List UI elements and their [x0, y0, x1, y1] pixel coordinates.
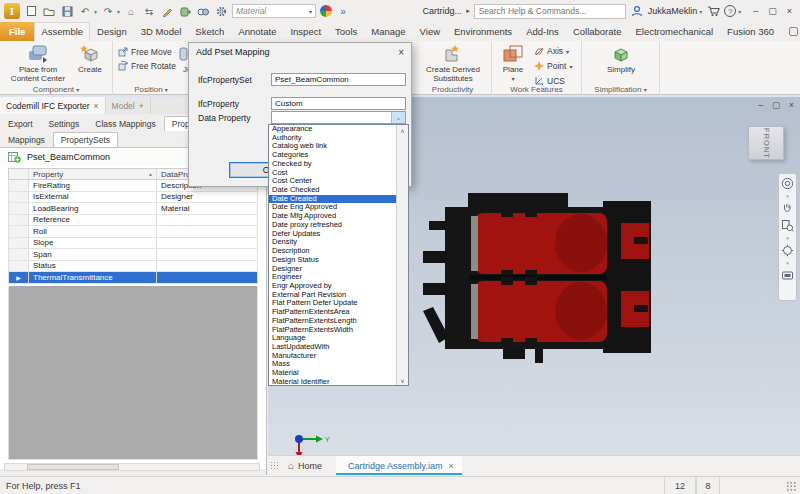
dropdown-item[interactable]: Checked by — [269, 160, 396, 169]
appearance-colorwheel-icon[interactable] — [320, 5, 332, 17]
ribbon-tab[interactable]: Sketch — [188, 22, 231, 41]
exporter-nav-tab[interactable]: Settings — [41, 116, 88, 131]
store-cart-icon[interactable] — [706, 4, 720, 18]
table-row[interactable]: ▶ Reference — [8, 215, 258, 227]
measure-icon[interactable] — [196, 4, 210, 18]
save-icon[interactable] — [60, 4, 74, 18]
redo-icon[interactable]: ↷ — [101, 4, 115, 18]
doctab-grip-handle[interactable] — [270, 461, 278, 470]
zoom-caret-icon[interactable]: ▾ — [786, 236, 789, 240]
work-features-group-label[interactable]: Work Features — [492, 85, 581, 94]
ribbon-tab[interactable]: Electromechanical — [628, 22, 720, 41]
ribbon-tab[interactable]: Environments — [447, 22, 519, 41]
pan-icon[interactable] — [781, 202, 794, 215]
panel-tab[interactable]: Model + — [106, 97, 151, 114]
minimize-button[interactable]: ‒ — [753, 6, 758, 16]
inventor-logo-icon[interactable]: I — [4, 3, 20, 19]
maximize-button[interactable]: ▢ — [768, 6, 777, 16]
qat-overflow-icon[interactable]: » — [336, 4, 350, 18]
document-tab[interactable]: ⌂ Home — [280, 456, 336, 475]
ribbon-tab[interactable]: File — [0, 22, 34, 41]
data-property-combobox[interactable]: ⌄ — [271, 111, 406, 124]
exporter-nav-tab[interactable]: Class Mappings — [87, 116, 163, 131]
orbit-caret-icon[interactable]: ▾ — [786, 261, 789, 265]
dropdown-item[interactable]: Material Identifier — [269, 378, 396, 385]
search-input[interactable] — [474, 4, 626, 19]
document-tab[interactable]: Cartridge Assembly.iam × — [336, 456, 462, 475]
open-file-icon[interactable] — [42, 4, 56, 18]
redo-caret-icon[interactable]: ▾ — [117, 8, 120, 15]
ribbon-tab[interactable]: Inspect — [283, 22, 328, 41]
gear-icon[interactable] — [214, 4, 228, 18]
undo-icon[interactable]: ↶ — [78, 4, 92, 18]
ribbon-tab[interactable]: Add-Ins — [519, 22, 566, 41]
horizontal-scrollbar[interactable] — [4, 463, 260, 471]
table-row[interactable]: ▶ Roll — [8, 226, 258, 238]
undo-caret-icon[interactable]: ▾ — [94, 8, 97, 15]
ilogic-icon[interactable] — [178, 4, 192, 18]
close-button[interactable]: × — [787, 6, 792, 16]
doc-close-icon[interactable]: × — [789, 100, 794, 110]
simplification-group-label[interactable]: Simplification ▾ — [582, 85, 659, 94]
look-at-icon[interactable] — [781, 269, 794, 281]
point-button[interactable]: Point ▾ — [534, 61, 572, 71]
panel-tab-trail-icon[interactable]: × — [94, 101, 99, 111]
help-icon[interactable]: ? — [724, 5, 736, 17]
plane-button[interactable]: Plane ▾ — [496, 44, 530, 83]
dialog-title-bar[interactable]: Add Pset Mapping × — [189, 43, 411, 61]
help-caret-icon[interactable]: ▾ — [738, 8, 741, 15]
sketch-icon[interactable] — [160, 4, 174, 18]
ribbon-display-toggle[interactable]: ▾ — [789, 22, 800, 41]
viewcube-front-face[interactable]: FRONT — [762, 128, 771, 159]
place-from-content-center-button[interactable]: Place from Content Center — [8, 44, 68, 83]
viewcube[interactable]: FRONT — [748, 126, 784, 160]
panel-tab-trail-icon[interactable]: + — [139, 101, 144, 111]
scroll-up-icon[interactable]: ∧ — [400, 125, 404, 135]
table-row[interactable]: ▶ ThermalTransmittance — [8, 272, 258, 284]
table-row[interactable]: ▶ Status — [8, 261, 258, 273]
add-pset-icon[interactable] — [8, 151, 21, 163]
material-combobox[interactable]: Material▾ — [232, 4, 316, 18]
window-resize-grip[interactable] — [786, 481, 796, 491]
doc-minimize-icon[interactable]: ‒ — [758, 100, 763, 110]
free-move-button[interactable]: Free Move — [118, 47, 172, 57]
component-group-label[interactable]: Component ▾ — [0, 85, 112, 94]
mapping-sub-tab[interactable]: Mappings — [0, 132, 53, 147]
productivity-group-label[interactable]: Productivity — [414, 85, 491, 94]
tab-close-icon[interactable]: × — [448, 461, 453, 471]
combobox-dropdown-icon[interactable]: ⌄ — [391, 112, 405, 123]
pset-name[interactable]: Pset_BeamCommon — [27, 152, 110, 162]
ribbon-tab[interactable]: Design — [90, 22, 134, 41]
doc-restore-icon[interactable]: ▢ — [772, 100, 780, 110]
ribbon-tab[interactable]: Tools — [328, 22, 364, 41]
property-column-header[interactable]: Property — [33, 170, 63, 179]
ribbon-tab[interactable]: Collaborate — [566, 22, 629, 41]
position-group-label[interactable]: Position ▾ — [114, 85, 188, 94]
axis-button[interactable]: Axis ▾ — [534, 46, 569, 56]
ribbon-tab[interactable]: View — [413, 22, 447, 41]
ribbon-tab[interactable]: Fusion 360 — [720, 22, 781, 41]
ribbon-tab[interactable]: Assemble — [34, 22, 90, 41]
ifc-property-set-input[interactable] — [271, 73, 406, 86]
user-caret-icon[interactable]: ▾ — [699, 8, 702, 15]
update-icon[interactable]: ⇆ — [142, 4, 156, 18]
title-expand-icon[interactable]: ▸ — [466, 7, 470, 15]
signed-in-user[interactable]: JukkaMeklin — [648, 6, 698, 16]
ribbon-tab[interactable]: 3D Model — [134, 22, 189, 41]
table-row[interactable]: ▶ Span — [8, 249, 258, 261]
simplify-button[interactable]: Simplify — [599, 44, 643, 75]
table-row[interactable]: ▶ IsExternal Designer — [8, 192, 258, 204]
scroll-down-icon[interactable]: ∨ — [400, 375, 404, 385]
new-file-icon[interactable] — [24, 4, 38, 18]
ribbon-tab[interactable]: Annotate — [231, 22, 283, 41]
table-row[interactable]: ▶ LoadBearing Material — [8, 203, 258, 215]
panel-tab[interactable]: Codemill IFC Exporter × — [0, 97, 106, 114]
create-component-button[interactable]: Create — [70, 44, 110, 75]
home-view-icon[interactable]: ⌂ — [124, 4, 138, 18]
scrollbar-thumb[interactable] — [27, 464, 119, 470]
navigation-wheel-icon[interactable] — [781, 177, 794, 190]
dropdown-scrollbar[interactable]: ∧ ∨ — [396, 125, 408, 385]
wheel-caret-icon[interactable]: ▾ — [786, 194, 789, 198]
mapping-sub-tab[interactable]: PropertySets — [53, 132, 118, 147]
ribbon-tab[interactable]: Manage — [364, 22, 412, 41]
